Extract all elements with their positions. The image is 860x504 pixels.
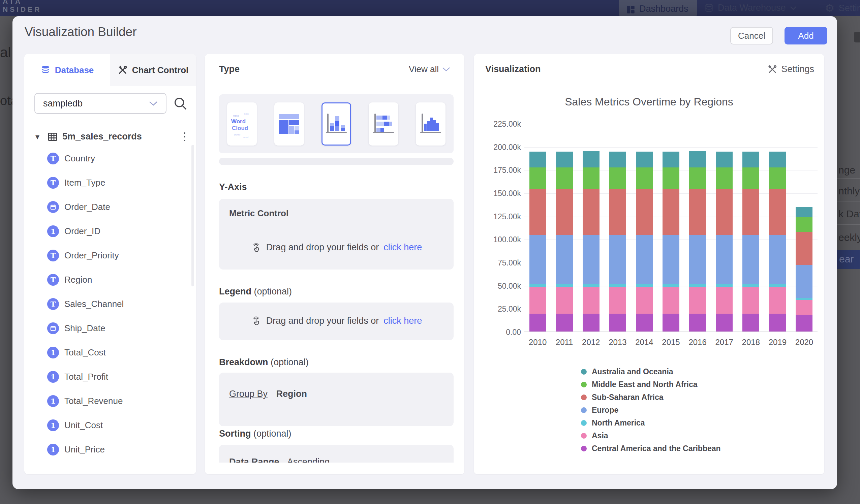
tab-chart-control[interactable]: Chart Control <box>110 54 196 86</box>
horizontal-scrollbar[interactable] <box>219 158 454 165</box>
legend-item[interactable]: Central America and the Caribbean <box>581 442 721 455</box>
caret-down-icon[interactable]: ▾ <box>35 132 40 142</box>
chart-type-treemap[interactable] <box>274 102 304 146</box>
legend-item[interactable]: North America <box>581 416 721 429</box>
bar-segment <box>636 168 653 189</box>
legend-dropzone[interactable]: Drag and drop your fields or click here <box>219 303 454 340</box>
table-name[interactable]: 5m_sales_records <box>62 131 142 142</box>
bar-segment <box>716 235 733 284</box>
field-item-order_priority[interactable]: TOrder_Priority <box>24 243 196 268</box>
field-label: Ship_Date <box>64 323 105 333</box>
click-here-link[interactable]: click here <box>384 242 422 253</box>
field-item-unit_price[interactable]: 1Unit_Price <box>24 437 196 462</box>
chevron-down-icon <box>790 6 797 11</box>
chart-type-stacked-bar[interactable] <box>369 102 398 146</box>
add-button[interactable]: Add <box>785 27 827 44</box>
field-item-item_type[interactable]: TItem_Type <box>24 171 196 195</box>
bar-segment <box>556 152 573 168</box>
bar-segment <box>769 235 786 284</box>
nav-item-settings[interactable]: ⚙ Settin <box>825 3 860 13</box>
number-field-icon: 1 <box>47 371 59 383</box>
background-menu-item: eekly <box>838 232 860 243</box>
stacked-bar-2012 <box>583 151 600 332</box>
field-item-country[interactable]: TCountry <box>24 146 196 171</box>
text-field-icon: T <box>47 177 59 189</box>
type-section-title: Type <box>219 64 240 74</box>
stacked-bar-2016 <box>689 151 706 332</box>
database-icon <box>41 66 50 75</box>
field-item-ship_date[interactable]: Ship_Date <box>24 316 196 340</box>
group-by-link[interactable]: Group By <box>229 389 268 399</box>
tab-database[interactable]: Database <box>24 54 110 86</box>
chart-type-word-cloud[interactable]: ness data Word Cloud cloud word <box>227 102 257 146</box>
bar-segment <box>689 314 706 332</box>
breakdown-dropzone[interactable]: Group By Region <box>219 373 454 426</box>
x-tick-label: 2015 <box>658 337 684 347</box>
svg-text:cloud: cloud <box>234 133 240 136</box>
field-item-order_date[interactable]: Order_Date <box>24 195 196 219</box>
view-all-button[interactable]: View all <box>409 64 450 74</box>
left-panel-tabs: Database Chart Control <box>24 54 196 86</box>
bar-segment <box>529 235 546 284</box>
field-item-total_cost[interactable]: 1Total_Cost <box>24 340 196 364</box>
field-item-total_profit[interactable]: 1Total_Profit <box>24 364 196 389</box>
legend-item[interactable]: Australia and Oceania <box>581 365 721 378</box>
vertical-scrollbar[interactable] <box>191 145 194 286</box>
page: { "topbar": { "logo_fragment_line1": "AT… <box>0 0 860 504</box>
legend-item[interactable]: Sub-Saharan Africa <box>581 391 721 404</box>
bar-segment <box>662 314 679 332</box>
chart-type-stacked-column[interactable] <box>321 102 351 146</box>
x-tick-label: 2016 <box>685 337 711 347</box>
field-item-sales_channel[interactable]: TSales_Channel <box>24 292 196 316</box>
field-item-total_revenue[interactable]: 1Total_Revenue <box>24 389 196 413</box>
bar-segment <box>529 152 546 168</box>
svg-text:word: word <box>243 136 248 139</box>
bar-segment <box>662 152 679 168</box>
chart-type-histogram[interactable] <box>416 102 445 146</box>
field-label: Order_ID <box>64 226 100 236</box>
number-field-icon: 1 <box>47 444 59 456</box>
kebab-menu-icon[interactable]: ⋮ <box>176 130 194 143</box>
field-item-unit_cost[interactable]: 1Unit_Cost <box>24 413 196 437</box>
bar-segment <box>769 168 786 189</box>
text-field-icon: T <box>47 298 59 310</box>
legend-item[interactable]: Asia <box>581 429 721 442</box>
bar-segment <box>662 284 679 287</box>
sorting-dropzone[interactable]: Data Range Ascending <box>219 445 454 463</box>
chart-config-panel: Type View all ness data Word Cloud cloud… <box>205 54 464 474</box>
database-icon <box>704 3 714 13</box>
legend-label: Europe <box>592 406 618 415</box>
cancel-button[interactable]: Cancel <box>730 27 773 44</box>
field-item-order_id[interactable]: 1Order_ID <box>24 219 196 243</box>
stacked-bar-2018 <box>742 152 759 332</box>
bar-segment <box>742 152 759 168</box>
bar-segment <box>609 235 626 284</box>
bar-segment <box>583 284 600 287</box>
chart-type-strip: ness data Word Cloud cloud word <box>219 94 454 153</box>
background-menu-selected-item: ear <box>837 250 860 269</box>
bar-segment <box>609 189 626 235</box>
database-select[interactable]: sampledb <box>34 93 167 114</box>
bar-segment <box>583 287 600 314</box>
search-icon[interactable] <box>173 96 188 111</box>
chart-settings-button[interactable]: Settings <box>768 64 814 74</box>
field-item-region[interactable]: TRegion <box>24 268 196 292</box>
bar-segment <box>769 189 786 235</box>
bar-segment <box>716 287 733 314</box>
date-field-icon <box>47 322 59 334</box>
click-here-link[interactable]: click here <box>384 316 422 326</box>
bar-segment <box>742 314 759 332</box>
bar-segment <box>529 168 546 189</box>
legend-label: Sub-Saharan Africa <box>592 393 663 402</box>
y-tick-label: 125.00k <box>493 212 521 221</box>
nav-item-data-warehouse[interactable]: Data Warehouse <box>704 3 797 13</box>
legend-item[interactable]: Europe <box>581 404 721 416</box>
legend-item[interactable]: Middle East and North Africa <box>581 378 721 391</box>
metric-control-dropzone[interactable]: Metric Control Drag and drop your fields… <box>219 199 454 270</box>
y-tick-label: 200.00k <box>493 143 521 152</box>
legend-section-title: Legend (optional) <box>219 286 292 297</box>
breakdown-section-title: Breakdown (optional) <box>219 357 309 368</box>
nav-item-dashboards[interactable]: Dashboards <box>619 0 697 17</box>
field-label: Sales_Channel <box>64 299 124 309</box>
dashboards-icon <box>626 5 635 14</box>
